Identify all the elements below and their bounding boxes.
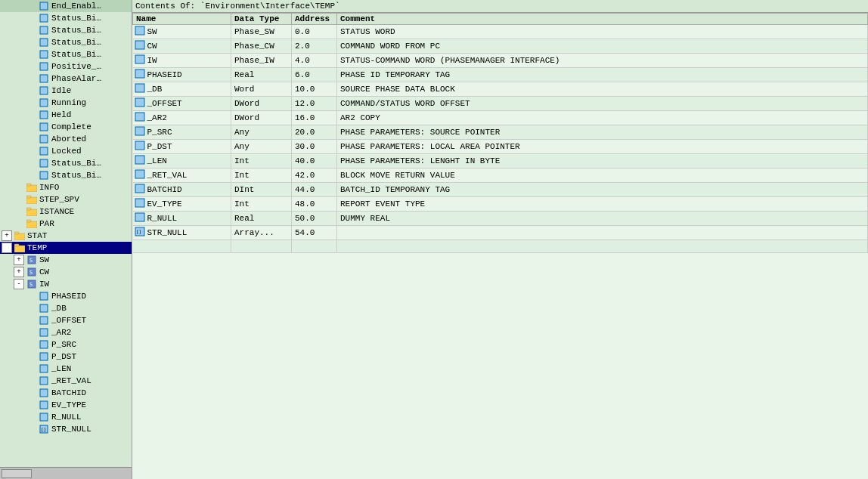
- tree-item-label: STR_NULL: [51, 425, 91, 434]
- tree-item[interactable]: Status_Bi…: [0, 36, 132, 48]
- tree-item[interactable]: R_NULL: [0, 411, 132, 423]
- tree-item-label: IW: [39, 280, 49, 289]
- cell-comment: DUMMY REAL: [337, 212, 868, 226]
- svg-rect-56: [135, 170, 144, 178]
- tree-item[interactable]: PHASEID: [0, 290, 132, 302]
- table-row[interactable]: _OFFSETDWord12.0COMMAND/STATUS WORD OFFS…: [133, 97, 868, 111]
- tree-item[interactable]: _DB: [0, 302, 132, 314]
- tree-item[interactable]: _LEN: [0, 363, 132, 375]
- var-icon: [135, 198, 147, 210]
- tree-item[interactable]: Complete: [0, 121, 132, 133]
- tree-item[interactable]: _AR2: [0, 326, 132, 338]
- svg-rect-41: [40, 389, 48, 397]
- tree-item[interactable]: Aborted: [0, 133, 132, 145]
- table-row[interactable]: [133, 240, 868, 253]
- tree-item[interactable]: - S IW: [0, 278, 132, 290]
- table-container[interactable]: Name Data Type Address Comment SWPhase_S…: [132, 13, 868, 479]
- contents-title: Contents Of: `Environment\Interface\TEMP…: [135, 2, 340, 11]
- cell-name: PHASEID: [133, 68, 231, 82]
- tree-item[interactable]: [] STR_NULL: [0, 423, 132, 435]
- name-text: _RET_VAL: [147, 171, 188, 180]
- tree-item[interactable]: ISTANCE: [0, 206, 132, 218]
- table-row[interactable]: PHASEIDReal6.0PHASE ID TEMPORARY TAG: [133, 68, 868, 82]
- tree-item[interactable]: + S CW: [0, 266, 132, 278]
- svg-rect-46: [135, 26, 144, 35]
- tree-item[interactable]: - TEMP: [0, 242, 132, 254]
- name-text: _LEN: [147, 156, 167, 165]
- svg-rect-24: [14, 232, 19, 234]
- tree-expand-btn[interactable]: +: [2, 230, 12, 241]
- tree-item[interactable]: P_SRC: [0, 338, 132, 351]
- table-row[interactable]: EV_TYPEInt48.0REPORT EVENT TYPE: [133, 197, 868, 212]
- tree-expand-btn[interactable]: +: [14, 255, 24, 265]
- cell-address: 40.0: [292, 154, 337, 168]
- svg-rect-33: [40, 292, 48, 300]
- tree-item[interactable]: + STAT: [0, 230, 132, 242]
- table-row[interactable]: _DBWord10.0SOURCE PHASE DATA BLOCK: [133, 82, 868, 97]
- tree-item[interactable]: STEP_SPV: [0, 193, 132, 206]
- contents-header: Contents Of: `Environment\Interface\TEMP…: [132, 0, 868, 13]
- tree-expand-btn[interactable]: -: [14, 279, 24, 289]
- var-icon: [38, 49, 50, 60]
- tree-item[interactable]: Held: [0, 109, 132, 121]
- svg-text:[]: []: [41, 427, 46, 432]
- table-row[interactable]: [] STR_NULLArray...54.0: [133, 226, 868, 240]
- name-text: _AR2: [147, 113, 167, 122]
- tree-item[interactable]: PAR: [0, 218, 132, 230]
- cell-address: 0.0: [292, 25, 337, 39]
- var-icon: [38, 400, 50, 410]
- table-row[interactable]: BATCHIDDInt44.0BATCH_ID TEMPORANY TAG: [133, 183, 868, 197]
- tree-item[interactable]: BATCHID: [0, 387, 132, 399]
- tree-item[interactable]: Running: [0, 97, 132, 109]
- tree-item-label: Positive_…: [51, 62, 101, 71]
- svg-rect-17: [26, 197, 37, 204]
- table-row[interactable]: IWPhase_IW4.0STATUS-COMMAND WORD (PHASEM…: [133, 54, 868, 68]
- tree-item[interactable]: INFO: [0, 181, 132, 193]
- tree-scroll[interactable]: End_Enabl… Status_Bi… Status_Bi… Status_…: [0, 0, 132, 467]
- tree-item-label: SW: [39, 255, 49, 264]
- table-row[interactable]: R_NULLReal50.0DUMMY REAL: [133, 212, 868, 226]
- array-icon: []: [38, 424, 50, 434]
- table-row[interactable]: _RET_VALInt42.0BLOCK MOVE RETURN VALUE: [133, 168, 868, 183]
- table-row[interactable]: _AR2DWord16.0AR2 COPY: [133, 111, 868, 125]
- table-row[interactable]: SWPhase_SW0.0STATUS WORD: [133, 25, 868, 39]
- horizontal-scrollbar-left[interactable]: [0, 467, 132, 479]
- tree-item[interactable]: Status_Bi…: [0, 24, 132, 36]
- table-row[interactable]: CWPhase_CW2.0COMMAND WORD FROM PC: [133, 39, 868, 54]
- tree-item[interactable]: Status_Bi…: [0, 157, 132, 169]
- svg-rect-51: [135, 98, 144, 107]
- tree-item[interactable]: _RET_VAL: [0, 375, 132, 387]
- tree-item[interactable]: PhaseAlar…: [0, 73, 132, 85]
- tree-item[interactable]: EV_TYPE: [0, 399, 132, 411]
- tree-expand-btn[interactable]: -: [2, 243, 12, 253]
- tree-item[interactable]: _OFFSET: [0, 314, 132, 326]
- cell-address: 42.0: [292, 168, 337, 183]
- table-row[interactable]: P_DSTAny30.0PHASE PARAMETERS: LOCAL AREA…: [133, 140, 868, 154]
- tree-item[interactable]: Status_Bi…: [0, 12, 132, 24]
- var-icon: [38, 291, 50, 301]
- table-row[interactable]: _LENInt40.0PHASE PARAMETERS: LENGHT IN B…: [133, 154, 868, 168]
- tree-item[interactable]: Idle: [0, 85, 132, 97]
- svg-rect-43: [40, 413, 48, 421]
- tree-item[interactable]: P_DST: [0, 351, 132, 363]
- tree-item[interactable]: Status_Bi…: [0, 48, 132, 60]
- tree-expand-btn[interactable]: +: [14, 267, 24, 277]
- var-icon: [135, 212, 147, 224]
- table-row[interactable]: P_SRCAny20.0PHASE PARAMETERS: SOURCE POI…: [133, 125, 868, 140]
- var-icon: [38, 110, 50, 120]
- tree-item-label: _LEN: [51, 364, 71, 373]
- var-icon: [38, 315, 50, 326]
- tree-item[interactable]: Positive_…: [0, 60, 132, 73]
- col-header-comment: Comment: [337, 14, 868, 25]
- tree-item[interactable]: Status_Bi…: [0, 169, 132, 181]
- cell-name: BATCHID: [133, 183, 231, 197]
- tree-item[interactable]: End_Enabl…: [0, 0, 132, 12]
- tree-item[interactable]: + S SW: [0, 254, 132, 266]
- cell-name: _RET_VAL: [133, 168, 231, 183]
- col-header-address: Address: [292, 14, 337, 25]
- var-icon: [38, 170, 50, 181]
- hscroll-thumb[interactable]: [2, 469, 32, 478]
- tree-item[interactable]: Locked: [0, 145, 132, 157]
- name-text: R_NULL: [147, 214, 178, 223]
- struct-icon: S: [26, 267, 38, 277]
